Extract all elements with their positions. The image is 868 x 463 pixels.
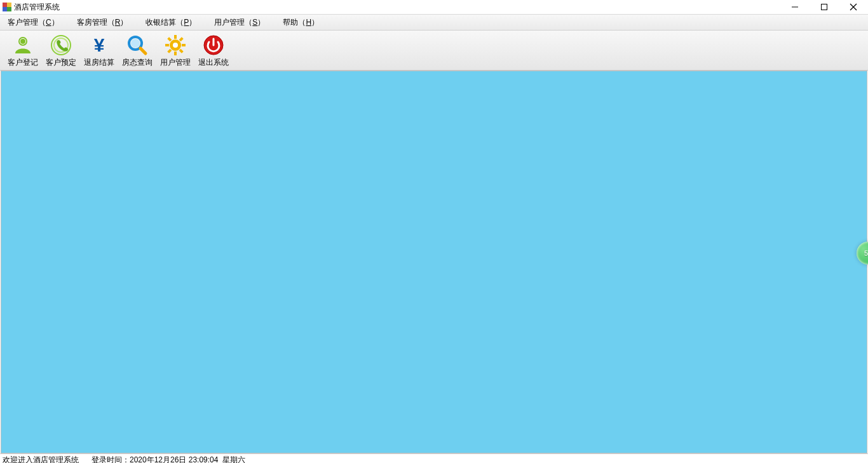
menu-help[interactable]: 帮助（H） <box>280 16 322 29</box>
tool-exit[interactable]: 退出系统 <box>194 32 233 69</box>
person-icon <box>11 34 34 57</box>
menu-room[interactable]: 客房管理（R） <box>74 16 131 29</box>
yen-icon: ¥ <box>88 34 111 57</box>
svg-point-10 <box>20 39 25 44</box>
tool-label: 房态查询 <box>122 58 153 67</box>
statusbar: 欢迎进入酒店管理系统 登录时间：2020年12月26日 23:09:04 星期六 <box>0 453 868 463</box>
svg-rect-0 <box>3 3 7 7</box>
svg-text:¥: ¥ <box>94 34 105 55</box>
status-welcome: 欢迎进入酒店管理系统 <box>3 455 79 464</box>
menu-accel: P <box>184 18 189 27</box>
close-button[interactable] <box>839 0 868 14</box>
window-title: 酒店管理系统 <box>14 2 60 13</box>
svg-rect-18 <box>174 35 177 39</box>
tool-customer-register[interactable]: 客户登记 <box>4 32 42 69</box>
power-icon <box>202 34 225 57</box>
menu-user[interactable]: 用户管理（S） <box>212 16 268 29</box>
workspace <box>1 71 867 453</box>
tool-label: 客户登记 <box>8 58 38 67</box>
toolbar: 客户登记 客户预定 ¥ 退房结算 房态查询 <box>0 31 868 71</box>
status-login: 登录时间：2020年12月26日 23:09:04 星期六 <box>92 455 245 464</box>
svg-rect-24 <box>167 37 172 41</box>
svg-rect-25 <box>179 49 184 53</box>
menu-customer[interactable]: 客户管理（C） <box>5 16 62 29</box>
tool-label: 退房结算 <box>84 58 114 67</box>
minimize-button[interactable] <box>780 0 810 14</box>
svg-rect-1 <box>7 3 11 7</box>
svg-rect-20 <box>165 44 169 46</box>
tool-label: 客户预定 <box>46 58 76 67</box>
phone-icon <box>50 34 72 57</box>
menu-accel: R <box>115 18 121 27</box>
svg-point-26 <box>173 43 178 48</box>
menu-label: 收银结算 <box>146 18 176 27</box>
app-icon <box>3 3 11 11</box>
tool-user-manage[interactable]: 用户管理 <box>156 32 194 69</box>
svg-rect-23 <box>167 49 172 53</box>
gear-icon <box>164 34 187 57</box>
svg-rect-22 <box>179 37 184 41</box>
menu-label: 客户管理 <box>8 18 38 27</box>
svg-point-15 <box>131 39 140 48</box>
tool-customer-reserve[interactable]: 客户预定 <box>42 32 80 69</box>
svg-rect-5 <box>822 4 827 10</box>
maximize-button[interactable] <box>810 0 839 14</box>
svg-rect-2 <box>3 7 7 11</box>
tool-room-status[interactable]: 房态查询 <box>118 32 156 69</box>
svg-line-16 <box>140 48 146 53</box>
menubar: 客户管理（C） 客房管理（R） 收银结算（P） 用户管理（S） 帮助（H） <box>0 14 868 31</box>
titlebar: 酒店管理系统 <box>0 0 868 14</box>
tool-checkout[interactable]: ¥ 退房结算 <box>80 32 118 69</box>
svg-rect-3 <box>7 7 11 11</box>
badge-text: 52 <box>864 249 868 257</box>
tool-label: 用户管理 <box>160 58 191 67</box>
search-icon <box>126 34 149 57</box>
menu-accel: C <box>46 18 51 27</box>
tool-label: 退出系统 <box>198 58 229 67</box>
svg-rect-21 <box>182 44 186 46</box>
menu-label: 用户管理 <box>214 18 245 27</box>
svg-rect-19 <box>174 52 177 55</box>
menu-checkout[interactable]: 收银结算（P） <box>143 16 199 29</box>
menu-label: 客房管理 <box>77 18 107 27</box>
window-controls <box>780 0 868 14</box>
menu-accel: H <box>306 18 311 27</box>
menu-label: 帮助 <box>283 18 298 27</box>
menu-accel: S <box>252 18 257 27</box>
